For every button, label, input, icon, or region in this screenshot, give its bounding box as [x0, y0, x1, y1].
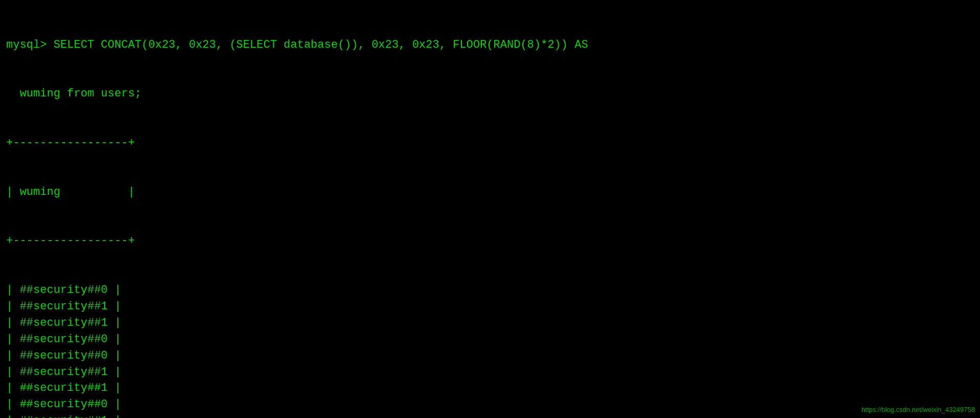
command-line-1: mysql> SELECT CONCAT(0x23, 0x23, (SELECT… [6, 37, 974, 53]
table-header: | wuming | [6, 184, 974, 201]
table-row: | ##security##1 | [6, 315, 974, 331]
table-row: | ##security##0 | [6, 282, 974, 298]
command-line-2: wuming from users; [6, 86, 974, 102]
watermark-text: https://blog.csdn.net/weixin_43249758 [862, 405, 975, 415]
table-row: | ##security##1 | [6, 413, 974, 418]
header-separator: +-----------------+ [6, 233, 974, 249]
table-row: | ##security##1 | [6, 298, 974, 315]
top-separator: +-----------------+ [6, 135, 974, 151]
table-row: | ##security##0 | [6, 348, 974, 364]
terminal-output: mysql> SELECT CONCAT(0x23, 0x23, (SELECT… [6, 4, 974, 418]
table-row: | ##security##0 | [6, 331, 974, 348]
table-row: | ##security##1 | [6, 380, 974, 396]
table-row: | ##security##0 | [6, 396, 974, 413]
table-row: | ##security##1 | [6, 364, 974, 381]
table-rows: | ##security##0 || ##security##1 || ##se… [6, 282, 974, 418]
